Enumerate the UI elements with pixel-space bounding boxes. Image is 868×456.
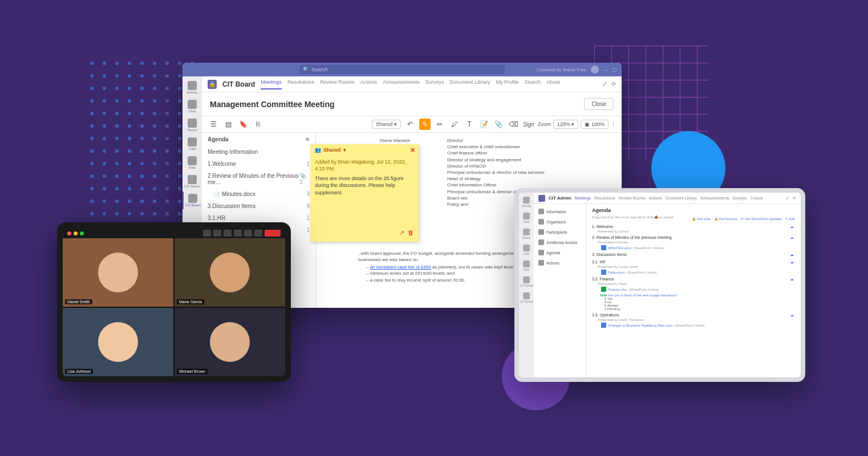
camera-button[interactable] (203, 230, 211, 237)
rail-item-activity[interactable]: Activity (519, 195, 534, 209)
shared-dropdown[interactable]: Shared ▾ (372, 120, 401, 129)
agenda-file[interactable]: Policy.docx (SharePoint Online) (592, 270, 795, 275)
tab-announcements[interactable]: Announcements (383, 79, 420, 89)
leave-button[interactable] (265, 230, 281, 237)
cloud-icon[interactable]: ☁ (790, 277, 795, 282)
tab-resolutions[interactable]: Resolutions (287, 79, 314, 89)
mic-button[interactable] (213, 230, 221, 237)
tab-review-rooms[interactable]: Review Rooms (320, 79, 355, 89)
video-tile[interactable]: Maria Garcia (175, 238, 285, 307)
rail-item-activity[interactable]: Activity (182, 79, 202, 96)
tab-document-library[interactable]: Document Library (450, 79, 490, 89)
video-tile[interactable]: Daniel Smith (63, 238, 173, 307)
maximize-dot[interactable] (80, 231, 84, 235)
agenda-item[interactable]: 1. Welcome☁Presented by Daniel (592, 225, 795, 233)
undo-icon[interactable]: ↶ (404, 119, 416, 130)
note-icon[interactable]: 📝 (478, 119, 490, 130)
side-item-actions[interactable]: Actions (536, 258, 583, 268)
agenda-item[interactable]: 1.Welcome1 (202, 158, 315, 170)
rail-item-teams[interactable]: Teams (519, 227, 534, 241)
sticky-note[interactable]: 👥 Shared ▾ ✕ Added by Brian Magalong, Ju… (310, 144, 419, 242)
action-get-sharepoint-updates[interactable]: ⟳ Get SharePoint Updates (741, 217, 782, 221)
tab-about[interactable]: About (546, 79, 560, 89)
bookmark-icon[interactable]: 🔖 (237, 119, 249, 130)
video-tile[interactable]: Michael Brown (175, 308, 285, 376)
tab-meetings[interactable]: Meetings (261, 79, 282, 89)
popout-icon[interactable]: ⤢ (786, 196, 789, 201)
chat-button[interactable] (234, 230, 242, 237)
agenda-item[interactable]: 3.2. Finance☁Presented by PeterFinance.x… (592, 277, 795, 311)
copy-icon[interactable]: ⎘ (252, 119, 263, 130)
tab-review-rooms[interactable]: Review Rooms (619, 196, 646, 200)
agenda-item[interactable]: 2.Review of Minutes of the Previous me…📎… (202, 170, 315, 188)
text-icon[interactable]: T (464, 119, 475, 130)
cloud-icon[interactable]: ☁ (790, 260, 795, 265)
clip-icon[interactable]: 📎 (493, 119, 505, 130)
outline-icon[interactable]: ▤ (222, 119, 234, 130)
rail-item-calls[interactable]: Calls (182, 135, 202, 153)
sign-label[interactable]: Sign (523, 121, 534, 128)
cloud-icon[interactable]: ☁ (790, 253, 795, 258)
rail-item-cit-admin[interactable]: CIT Admin (182, 173, 202, 190)
sticky-close-icon[interactable]: ✕ (410, 146, 415, 154)
close-button[interactable]: Close (584, 98, 614, 110)
action-permissions[interactable]: 🔒 Permissions (714, 217, 737, 221)
rail-item-cit-admin[interactable]: CIT Admin (519, 275, 534, 289)
tab-document-library[interactable]: Document Library (666, 196, 697, 200)
tab-actions[interactable]: Actions (360, 79, 377, 89)
tab-announcements[interactable]: Announcements (700, 196, 729, 200)
popout-icon[interactable]: ⤢ (602, 81, 607, 87)
cloud-icon[interactable]: ☁ (790, 225, 795, 230)
rail-item-chat[interactable]: Chat (519, 211, 534, 225)
agenda-item[interactable]: 3.3. Operations☁Presented by Linda Thomp… (592, 313, 795, 328)
highlight-icon[interactable]: ✎ (419, 119, 431, 130)
more-button[interactable] (254, 230, 262, 237)
sticky-reply-icon[interactable]: ↗ (399, 229, 404, 237)
close-icon[interactable]: ✕ (305, 136, 310, 142)
erase-icon[interactable]: ⌫ (508, 119, 520, 130)
video-tile[interactable]: Lisa Johnson (63, 308, 173, 376)
side-item-information[interactable]: Information (536, 206, 583, 217)
tab-resolutions[interactable]: Resolutions (594, 196, 615, 200)
marker-icon[interactable]: 🖊 (449, 119, 460, 130)
side-item-organisers[interactable]: Organisers (536, 217, 583, 227)
pen-icon[interactable]: ✏ (434, 119, 445, 130)
rail-item-teams[interactable]: Teams (182, 116, 202, 134)
action-add-vote[interactable]: 🔒 Add Vote (692, 217, 711, 221)
zoom-dropdown[interactable]: 125% ▾ (553, 120, 579, 129)
rail-item-files[interactable]: Files (519, 259, 534, 273)
cloud-icon[interactable]: ☁ (790, 313, 795, 318)
sidebar-toggle-icon[interactable]: ☰ (208, 119, 219, 130)
rail-item-cit-board[interactable]: CIT Board (519, 291, 534, 305)
side-item-additional-access[interactable]: Additional Access (536, 237, 583, 247)
action-edit[interactable]: ✎ Edit (785, 217, 795, 221)
tab-actions[interactable]: Actions (649, 196, 662, 200)
agenda-file[interactable]: Finance.xlsx (SharePoint Online) (592, 287, 795, 292)
agenda-item[interactable]: 2. Review of Minutes of the previous mee… (592, 235, 795, 250)
refresh-icon[interactable]: ⟳ (793, 196, 796, 201)
tab-my-profile[interactable]: My Profile (496, 79, 519, 89)
tab-surveys[interactable]: Surveys (733, 196, 747, 200)
agenda-item[interactable]: 3. Discussion Items☁ (592, 253, 795, 258)
agenda-item[interactable]: 3.1. HR☁Presented by Lester SmithPolicy.… (592, 260, 795, 275)
agenda-file[interactable]: MINUTES.docx (SharePoint Online) (592, 245, 795, 250)
rail-item-chat[interactable]: Chat (182, 97, 202, 115)
minimize-icon[interactable]: — (603, 67, 608, 72)
cloud-icon[interactable]: ☁ (790, 235, 795, 241)
more-icon[interactable]: ⋮ (611, 121, 616, 127)
agenda-file[interactable]: Minutes.docx3 (202, 188, 315, 200)
agenda-file[interactable]: Changes to Business Resiliency Plan.docx… (592, 323, 795, 328)
minimize-dot[interactable] (74, 231, 78, 235)
refresh-icon[interactable]: ⟳ (611, 81, 616, 87)
rail-item-calls[interactable]: Calls (519, 243, 534, 257)
side-item-participants[interactable]: Participants (536, 227, 583, 237)
tab-search[interactable]: Search (525, 79, 541, 89)
side-item-agenda[interactable]: Agenda (536, 247, 583, 258)
sticky-delete-icon[interactable]: 🗑 (408, 229, 414, 237)
tab-3-more[interactable]: 3 more (751, 196, 763, 200)
agenda-item[interactable]: Meeting Information (202, 146, 315, 158)
tab-surveys[interactable]: Surveys (425, 79, 444, 89)
rail-item-cit-board[interactable]: CIT Board (182, 192, 202, 209)
rail-item-files[interactable]: Files (182, 154, 202, 172)
maximize-icon[interactable]: ▢ (613, 67, 617, 72)
